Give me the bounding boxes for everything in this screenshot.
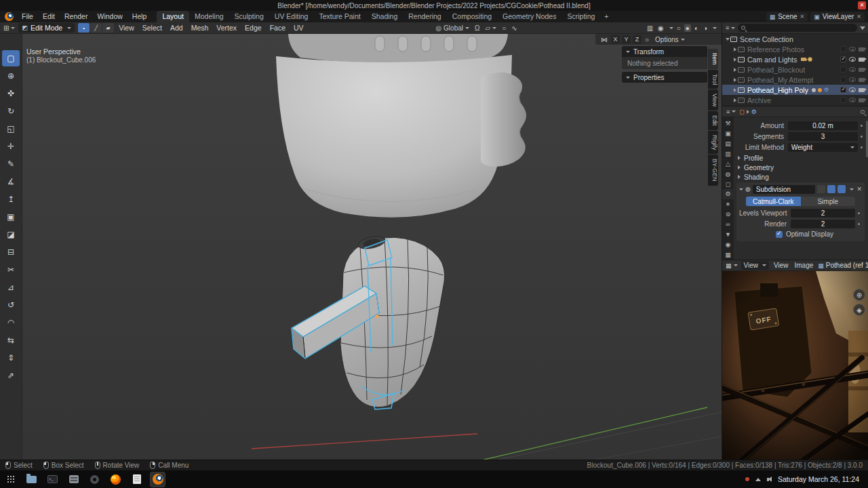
shading-rendered-button[interactable]: ◑ bbox=[702, 24, 709, 32]
expand-icon[interactable] bbox=[734, 98, 736, 102]
workspace-tab-compositing[interactable]: Compositing bbox=[447, 11, 497, 22]
workspace-tab-modeling[interactable]: Modeling bbox=[189, 11, 229, 22]
tool-poly-build[interactable]: ⊿ bbox=[2, 279, 20, 296]
shading-solid-button[interactable]: ● bbox=[684, 24, 691, 32]
prop-tab-view-layer[interactable]: ▥ bbox=[722, 149, 734, 159]
animate-dot-icon[interactable] bbox=[861, 136, 863, 138]
modifier-name-field[interactable]: Subdivision bbox=[753, 185, 816, 194]
expand-icon[interactable] bbox=[734, 68, 736, 72]
mirror-y-button[interactable]: Y bbox=[622, 35, 631, 44]
mirror-z-button[interactable]: Z bbox=[633, 35, 642, 44]
tool-bevel[interactable]: ◪ bbox=[2, 226, 20, 243]
prop-tab-tool[interactable]: ⚒ bbox=[722, 119, 734, 129]
expand-icon[interactable] bbox=[734, 58, 736, 62]
prop-tab-material[interactable]: ◉ bbox=[722, 239, 734, 249]
outliner-editor-icon[interactable]: ≡ bbox=[726, 24, 735, 31]
viewlayer-selector[interactable]: ▣ ViewLayer ✕ bbox=[810, 12, 865, 22]
exclude-checkbox[interactable] bbox=[840, 77, 846, 83]
terminal-app-button[interactable]: >_ bbox=[45, 472, 60, 487]
properties-search-icon[interactable] bbox=[861, 110, 865, 114]
workspace-tab-sculpting[interactable]: Sculpting bbox=[229, 11, 269, 22]
modifier-render-toggle[interactable] bbox=[837, 185, 846, 193]
workspace-tab-layout[interactable]: Layout bbox=[157, 11, 189, 22]
hide-eye-icon[interactable] bbox=[849, 87, 856, 92]
blender-app-button[interactable] bbox=[151, 472, 165, 487]
sidebar-tab-rigify[interactable]: Rigify bbox=[708, 131, 718, 155]
reference-image-view[interactable]: OFF bbox=[722, 271, 868, 460]
file-cabinet-app-button[interactable] bbox=[66, 472, 81, 487]
outliner-row-archive[interactable]: Archive bbox=[722, 95, 868, 105]
files-app-button[interactable] bbox=[24, 472, 39, 487]
breadcrumb-object-icon[interactable]: ◻ bbox=[739, 108, 744, 115]
pan-gizmo-icon[interactable]: ◈ bbox=[853, 304, 865, 316]
prop-tab-object-data[interactable]: ▼ bbox=[722, 229, 734, 239]
tool-cursor[interactable]: ⊕ bbox=[2, 68, 20, 84]
image-editor-icon[interactable]: ▦ bbox=[726, 262, 738, 269]
catmull-clark-button[interactable]: Catmull-Clark bbox=[746, 197, 801, 206]
optimal-display-checkbox[interactable] bbox=[776, 231, 783, 238]
zoom-gizmo-icon[interactable]: ⊕ bbox=[853, 289, 865, 301]
geometry-panel-header[interactable]: Geometry bbox=[738, 163, 865, 171]
blender-logo-icon[interactable] bbox=[5, 12, 14, 21]
snap-target-dropdown[interactable]: ▱ bbox=[484, 24, 498, 32]
hide-eye-icon[interactable] bbox=[849, 47, 856, 52]
tool-annotate[interactable]: ✎ bbox=[2, 156, 20, 172]
mode-dropdown[interactable]: ◩ Edit Mode bbox=[18, 23, 75, 33]
workspace-tab-scripting[interactable]: Scripting bbox=[561, 11, 600, 22]
xray-toggle-icon[interactable]: ▥ bbox=[646, 24, 654, 32]
transform-panel-header[interactable]: Transform bbox=[622, 46, 707, 57]
outliner-row-reference-photos[interactable]: Reference Photos bbox=[722, 44, 868, 54]
recording-indicator-icon[interactable] bbox=[745, 477, 749, 481]
menu-render[interactable]: Render bbox=[60, 11, 92, 22]
tool-select-box[interactable]: ▢ bbox=[2, 50, 20, 66]
vertex-select-button[interactable]: • bbox=[78, 23, 90, 33]
outliner-row-scene-collection[interactable]: Scene Collection bbox=[722, 34, 868, 44]
viewport-canvas[interactable]: User Perspective (1) Blockout_Cube.006 T… bbox=[22, 34, 722, 460]
taskbar-clock[interactable]: Saturday March 26, 11:24 bbox=[778, 475, 859, 483]
workspace-tab-uv-editing[interactable]: UV Editing bbox=[269, 11, 314, 22]
exclude-checkbox[interactable] bbox=[840, 87, 846, 93]
render-camera-icon[interactable] bbox=[859, 68, 865, 72]
breadcrumb-modifier-icon[interactable]: ⚙ bbox=[751, 108, 757, 115]
snap-toggle-icon[interactable]: Ω bbox=[473, 24, 481, 32]
menu-edit[interactable]: Edit bbox=[38, 11, 60, 22]
image-menu-view[interactable]: View bbox=[772, 262, 790, 269]
tool-transform[interactable]: ✛ bbox=[2, 138, 20, 155]
limit-method-dropdown[interactable]: Weight bbox=[788, 143, 858, 152]
prop-tab-output[interactable]: ▤ bbox=[722, 139, 734, 149]
shading-dropdown-chevron[interactable] bbox=[713, 27, 717, 29]
exclude-checkbox[interactable] bbox=[840, 56, 846, 62]
proportional-falloff-icon[interactable]: ∿ bbox=[510, 24, 518, 32]
sidebar-tab-tool[interactable]: Tool bbox=[708, 70, 718, 89]
overlays-toggle-icon[interactable]: ◉ bbox=[656, 24, 665, 32]
blockout-cube-edit-mesh[interactable] bbox=[292, 235, 445, 409]
outliner-row-pothead-high-poly[interactable]: Pothead_High Poly ⚙ bbox=[722, 85, 868, 95]
prop-tab-physics[interactable]: ⊚ bbox=[722, 209, 734, 220]
prop-tab-scene[interactable]: △ bbox=[722, 159, 734, 169]
profile-panel-header[interactable]: Profile bbox=[738, 154, 865, 162]
animate-dot-icon[interactable] bbox=[861, 146, 863, 148]
workspace-tab-texture-paint[interactable]: Texture Paint bbox=[313, 11, 366, 22]
scene-selector[interactable]: ▦ Scene ✕ bbox=[766, 12, 808, 22]
render-camera-icon[interactable] bbox=[859, 47, 865, 52]
workspace-tab-rendering[interactable]: Rendering bbox=[403, 11, 446, 22]
sidebar-tab-edit[interactable]: Edit bbox=[708, 111, 718, 130]
prop-tab-render[interactable]: ▣ bbox=[722, 129, 734, 139]
pot-body-object[interactable] bbox=[276, 34, 526, 218]
viewlayer-unlink-icon[interactable]: ✕ bbox=[856, 14, 861, 20]
app-grid-button[interactable] bbox=[3, 472, 18, 487]
amount-field[interactable]: 0.02 m bbox=[788, 121, 858, 130]
proportional-edit-icon[interactable]: ○ bbox=[500, 24, 507, 32]
tool-smooth[interactable]: ◠ bbox=[2, 314, 20, 331]
image-datablock-selector[interactable]: ▦ Pothead (ref 1) bbox=[818, 262, 868, 269]
viewport-menu-add[interactable]: Add bbox=[166, 24, 187, 32]
workspace-tab-shading[interactable]: Shading bbox=[366, 11, 403, 22]
tool-loop-cut[interactable]: ⊟ bbox=[2, 244, 20, 260]
prop-tab-texture[interactable]: ▦ bbox=[722, 249, 734, 260]
prop-tab-particles[interactable]: ∗ bbox=[722, 199, 734, 209]
render-camera-icon[interactable] bbox=[859, 78, 865, 82]
prop-tab-modifiers[interactable]: ⚙ bbox=[722, 189, 734, 199]
updates-indicator-icon[interactable] bbox=[755, 478, 761, 481]
modifier-realtime-toggle[interactable] bbox=[827, 185, 835, 193]
modifier-editmode-toggle[interactable] bbox=[817, 185, 825, 193]
